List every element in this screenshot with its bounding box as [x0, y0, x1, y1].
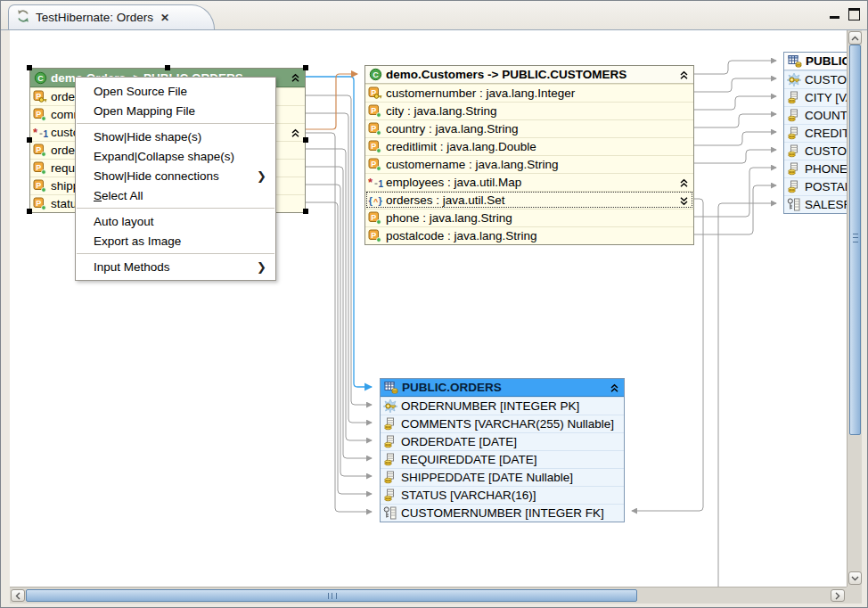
menu-item-label: Show|Hide connections: [94, 169, 257, 183]
column-row[interactable]: CUSTOMERNUMBER [INTEGER FK]: [381, 504, 624, 522]
column-row[interactable]: SALESREPEMPLOYEENUMBER [INTEGER FK]: [784, 195, 847, 213]
column-icon: [787, 144, 805, 158]
svg-text:P: P: [371, 231, 376, 240]
field-row[interactable]: Pcustomername : java.lang.String: [365, 155, 693, 173]
collapse-chevron-icon[interactable]: [291, 127, 300, 141]
column-icon: [787, 109, 805, 122]
view-tab[interactable]: TestHibernate: Orders ✕: [8, 4, 215, 29]
menu-item-select-all[interactable]: Select All: [76, 185, 275, 205]
tab-close-icon[interactable]: ✕: [160, 12, 168, 24]
row-label: ORDERNUMBER [INTEGER PK]: [401, 399, 579, 413]
collapse-chevron-icon[interactable]: [610, 382, 619, 396]
svg-text:P: P: [371, 142, 376, 151]
property-icon: P: [33, 108, 51, 121]
collapse-chevron-icon[interactable]: [291, 72, 300, 86]
row-label: CREDITLIMIT [DOUBLE]: [805, 127, 847, 140]
mapping-line: [306, 113, 372, 423]
menu-item-label: Auto layout: [94, 215, 266, 228]
menu-item-open-source-file[interactable]: Open Source File: [76, 81, 275, 101]
property-icon: P: [33, 144, 51, 157]
column-icon: [787, 162, 805, 176]
selection-handle[interactable]: [303, 65, 308, 70]
selection-handle[interactable]: [165, 65, 170, 70]
menu-item-input-methods[interactable]: Input Methods❯: [76, 257, 275, 276]
column-row[interactable]: ORDERNUMBER [INTEGER PK]: [381, 397, 624, 415]
menu-item-show-hide-shape-s-[interactable]: Show|Hide shape(s): [76, 127, 275, 146]
pk-column-icon: [383, 399, 401, 413]
row-label: phone : java.lang.String: [386, 211, 512, 225]
column-row[interactable]: CUSTOMERNUMBER [INTEGER PK]: [784, 70, 847, 88]
customers-class-shape[interactable]: Cdemo.Customers -> PUBLIC.CUSTOMERSPcust…: [364, 65, 694, 245]
selection-handle[interactable]: [303, 137, 308, 143]
selected-mapping-line: [306, 77, 372, 387]
field-row[interactable]: {^}orderses : java.util.Set: [365, 191, 693, 209]
row-label: orderses : java.util.Set: [386, 193, 505, 207]
selection-handle[interactable]: [303, 209, 308, 214]
collapse-chevron-icon[interactable]: [679, 70, 689, 83]
fk-column-icon: [787, 198, 805, 211]
svg-text:}: }: [379, 195, 383, 206]
menu-item-show-hide-connections[interactable]: Show|Hide connections❯: [76, 166, 275, 185]
column-row[interactable]: COMMENTS [VARCHAR(255) Nullable]: [381, 415, 624, 432]
maximize-view-icon[interactable]: [848, 8, 860, 21]
column-row[interactable]: CITY [VARCHAR(50)]: [784, 88, 847, 106]
pk-column-icon: [787, 73, 805, 86]
customers-class-header[interactable]: Cdemo.Customers -> PUBLIC.CUSTOMERS: [365, 66, 693, 84]
column-row[interactable]: PHONE [VARCHAR(50)]: [784, 160, 847, 177]
field-row[interactable]: *1employees : java.util.Map: [365, 173, 693, 191]
horizontal-scroll-thumb[interactable]: [26, 589, 637, 602]
fk-line: [718, 203, 776, 587]
orders-table-shape[interactable]: PUBLIC.ORDERSORDERNUMBER [INTEGER PK]COM…: [380, 378, 625, 522]
mapping-line: [306, 149, 372, 440]
column-row[interactable]: ORDERDATE [DATE]: [381, 432, 624, 450]
column-row[interactable]: POSTALCODE [VARCHAR(15)]: [784, 177, 847, 195]
column-row[interactable]: STATUS [VARCHAR(16)]: [381, 486, 624, 504]
collapse-chevron-icon[interactable]: [679, 177, 689, 191]
diagram-canvas[interactable]: Cdemo.Orders -> PUBLIC.ORDERSPordernumbe…: [10, 30, 847, 587]
field-row[interactable]: Pcreditlimit : java.lang.Double: [365, 137, 693, 155]
vertical-scroll-thumb[interactable]: [849, 45, 861, 435]
menu-item-expand-collapse-shape-s-[interactable]: Expand|Collapse shape(s): [76, 146, 275, 166]
field-row[interactable]: Ppostalcode : java.lang.String: [365, 226, 693, 244]
vertical-scrollbar[interactable]: [847, 30, 862, 587]
svg-text:P: P: [36, 145, 41, 154]
svg-text:P: P: [371, 213, 376, 222]
scroll-up-button[interactable]: [848, 31, 862, 45]
context-menu: Open Source FileOpen Mapping FileShow|Hi…: [75, 77, 276, 281]
menu-item-open-mapping-file[interactable]: Open Mapping File: [76, 101, 275, 120]
scroll-left-button[interactable]: [11, 589, 25, 602]
menu-item-auto-layout[interactable]: Auto layout: [76, 211, 275, 231]
minimize-view-icon[interactable]: [830, 16, 839, 19]
property-key-icon: P: [33, 90, 51, 103]
column-row[interactable]: COUNTRY [VARCHAR(50)]: [784, 106, 847, 124]
scroll-down-button[interactable]: [848, 571, 862, 585]
column-row[interactable]: SHIPPEDDATE [DATE Nullable]: [381, 468, 624, 486]
class-icon: C: [34, 71, 47, 85]
scroll-right-button[interactable]: [831, 589, 845, 602]
customers-table-header[interactable]: PUBLIC.CUSTOMERS: [784, 53, 847, 70]
field-row[interactable]: Pcustomernumber : java.lang.Integer: [365, 84, 693, 102]
customers-table-shape[interactable]: PUBLIC.CUSTOMERSCUSTOMERNUMBER [INTEGER …: [783, 52, 847, 214]
field-row[interactable]: Pcity : java.lang.String: [365, 102, 693, 119]
many-to-one-icon: *1: [33, 127, 51, 139]
column-row[interactable]: CREDITLIMIT [DOUBLE]: [784, 124, 847, 142]
svg-text:P: P: [36, 163, 41, 172]
menu-item-label: Expand|Collapse shape(s): [94, 150, 266, 163]
property-icon: P: [368, 211, 386, 225]
orders-table-header[interactable]: PUBLIC.ORDERS: [381, 379, 624, 397]
property-icon: P: [33, 197, 51, 210]
row-label: PHONE [VARCHAR(50)]: [805, 162, 847, 176]
column-row[interactable]: REQUIREDDATE [DATE]: [381, 450, 624, 468]
expand-chevron-icon[interactable]: [679, 195, 689, 209]
column-row[interactable]: CUSTOMERNAME [VARCHAR(50)]: [784, 142, 847, 160]
field-row[interactable]: Pcountry : java.lang.String: [365, 119, 693, 137]
menu-item-export-as-image[interactable]: Export as Image: [76, 231, 275, 251]
field-row[interactable]: Pphone : java.lang.String: [365, 209, 693, 226]
selection-handle[interactable]: [27, 209, 32, 214]
mapping-line: [694, 132, 776, 145]
horizontal-scrollbar[interactable]: [10, 587, 847, 604]
row-label: customername : java.lang.String: [386, 158, 559, 171]
selection-handle[interactable]: [27, 137, 32, 143]
property-icon: P: [368, 104, 386, 118]
selection-handle[interactable]: [27, 65, 32, 70]
